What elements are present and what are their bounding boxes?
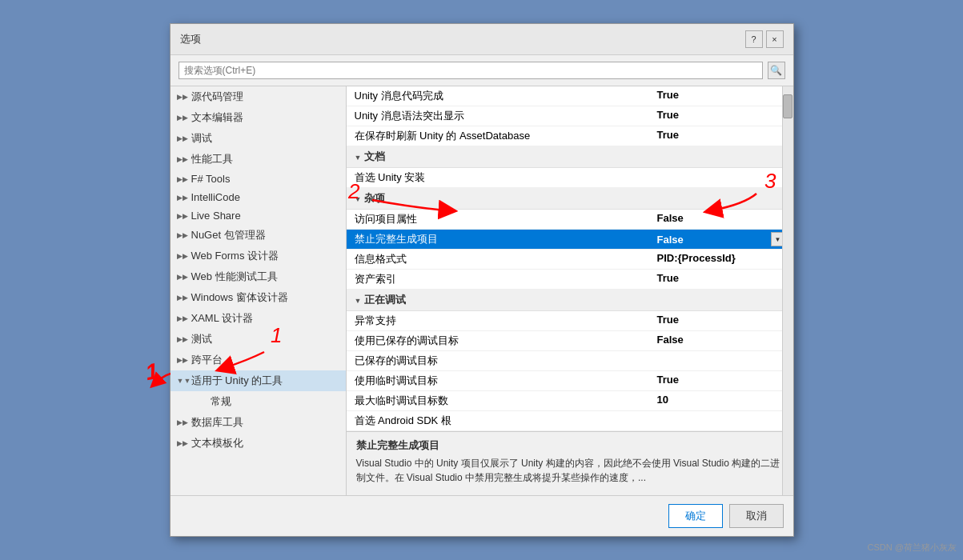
tree-arrow-live-share: ▶ xyxy=(177,212,185,220)
tree-item-source-control[interactable]: ▶源代码管理 xyxy=(171,86,346,107)
main-content: ▶源代码管理▶文本编辑器▶调试▶性能工具▶F# Tools▶IntelliCod… xyxy=(171,86,793,495)
options-dialog: 选项 ? × 🔍 ▶源代码管理▶文本编辑器▶调试▶性能工具▶F# Tools▶I… xyxy=(170,23,794,537)
prop-row[interactable]: Unity 消息代码完成True xyxy=(347,86,793,106)
prop-name: 首选 Android SDK 根 xyxy=(347,411,793,430)
tree-label-nuget: NuGet 包管理器 xyxy=(191,228,266,242)
tree-label-web-perf: Web 性能测试工具 xyxy=(191,270,278,284)
prop-name: 使用已保存的调试目标 xyxy=(347,331,649,350)
prop-row[interactable]: 异常支持True xyxy=(347,311,793,331)
prop-value-dropdown: False▼ xyxy=(657,232,785,246)
tree-label-perf-tools: 性能工具 xyxy=(191,152,233,166)
prop-row[interactable]: 信息格式式PID:{ProcessId} xyxy=(347,250,793,270)
watermark: CSDN @荷兰猪小灰灰 xyxy=(868,542,957,554)
prop-row[interactable]: 已保存的调试目标 xyxy=(347,351,793,371)
tree-item-test[interactable]: ▶测试 xyxy=(171,329,346,350)
tree-item-windows-designer[interactable]: ▶Windows 窗体设计器 xyxy=(171,287,346,308)
description-text: Visual Studio 中的 Unity 项目仅展示了 Unity 构建的内… xyxy=(356,456,784,485)
tree-arrow-web-perf: ▶ xyxy=(177,273,185,281)
tree-item-live-share[interactable]: ▶Live Share xyxy=(171,206,346,225)
tree-item-intellicode[interactable]: ▶IntelliCode xyxy=(171,188,346,206)
tree-item-cross-platform[interactable]: ▶跨平台 xyxy=(171,350,346,370)
tree-arrow-cross-platform: ▶ xyxy=(177,356,185,364)
tree-label-cross-platform: 跨平台 xyxy=(191,353,223,367)
prop-name: 最大临时调试目标数 xyxy=(347,391,649,410)
search-input[interactable] xyxy=(179,62,763,79)
prop-name: 资产索引 xyxy=(347,270,649,289)
prop-row[interactable]: 访问项目属性False xyxy=(347,210,793,230)
section-header-docs: ▼文档 xyxy=(347,146,793,168)
prop-row[interactable]: 首选 Android SDK 根 xyxy=(347,411,793,431)
tree-item-web-perf[interactable]: ▶Web 性能测试工具 xyxy=(171,266,346,287)
tree-arrow-fsharp-tools: ▶ xyxy=(177,175,185,183)
prop-name: Unity 消息代码完成 xyxy=(347,86,649,106)
prop-name: 访问项目属性 xyxy=(347,210,649,229)
dialog-title: 选项 xyxy=(180,32,201,46)
prop-name: Unity 消息语法突出显示 xyxy=(347,106,649,126)
tree-arrow-db-tools: ▶ xyxy=(177,418,185,426)
right-scrollbar-thumb[interactable] xyxy=(783,94,792,118)
tree-arrow-unity-tools: ▼ xyxy=(177,377,185,385)
tree-label-unity-general: 常规 xyxy=(211,394,231,409)
prop-row[interactable]: 使用临时调试目标True xyxy=(347,371,793,391)
tree-item-nuget[interactable]: ▶NuGet 包管理器 xyxy=(171,225,346,246)
prop-name: 禁止完整生成项目 xyxy=(347,230,649,249)
prop-value: True xyxy=(649,126,793,146)
prop-value: False xyxy=(649,331,793,350)
prop-row[interactable]: 首选 Unity 安装 xyxy=(347,168,793,188)
tree-label-unity-tools: 适用于 Unity 的工具 xyxy=(191,374,283,388)
tree-arrow-debug: ▶ xyxy=(177,134,185,142)
tree-arrow-perf-tools: ▶ xyxy=(177,155,185,163)
search-bar: 🔍 xyxy=(171,55,793,86)
prop-value: True xyxy=(649,371,793,390)
tree-arrow-web-forms: ▶ xyxy=(177,252,185,260)
tree-item-db-tools[interactable]: ▶数据库工具 xyxy=(171,412,346,433)
tree-item-unity-general[interactable]: 常规 xyxy=(171,391,346,412)
tree-item-template[interactable]: ▶文本模板化 xyxy=(171,433,346,454)
tree-label-web-forms: Web Forms 设计器 xyxy=(191,249,279,263)
section-header-misc: ▼杂项 xyxy=(347,188,793,210)
prop-row[interactable]: 最大临时调试目标数10 xyxy=(347,391,793,411)
tree-item-web-forms[interactable]: ▶Web Forms 设计器 xyxy=(171,246,346,266)
tree-label-text-editor: 文本编辑器 xyxy=(191,110,243,125)
tree-label-intellicode: IntelliCode xyxy=(191,191,240,203)
prop-value: True xyxy=(649,86,793,106)
tree-arrow-xaml-designer: ▶ xyxy=(177,314,185,322)
prop-value: True xyxy=(649,270,793,289)
close-button[interactable]: × xyxy=(766,30,784,48)
prop-row[interactable]: 资产索引True xyxy=(347,270,793,290)
right-panel: Unity 消息代码完成TrueUnity 消息语法突出显示True在保存时刷新… xyxy=(347,86,793,495)
search-button[interactable]: 🔍 xyxy=(768,62,785,79)
left-panel: ▶源代码管理▶文本编辑器▶调试▶性能工具▶F# Tools▶IntelliCod… xyxy=(171,86,347,495)
tree-label-template: 文本模板化 xyxy=(191,436,243,450)
tree-item-fsharp-tools[interactable]: ▶F# Tools xyxy=(171,170,346,188)
tree-item-text-editor[interactable]: ▶文本编辑器 xyxy=(171,107,346,128)
section-header-debugging: ▼正在调试 xyxy=(347,290,793,311)
prop-row[interactable]: Unity 消息语法突出显示True xyxy=(347,106,793,126)
title-bar-buttons: ? × xyxy=(745,30,784,48)
tree-label-fsharp-tools: F# Tools xyxy=(191,173,231,185)
prop-name: 已保存的调试目标 xyxy=(347,351,793,370)
tree-label-xaml-designer: XAML 设计器 xyxy=(191,311,254,326)
confirm-button[interactable]: 确定 xyxy=(668,504,723,528)
help-button[interactable]: ? xyxy=(745,30,763,48)
prop-row[interactable]: 在保存时刷新 Unity 的 AssetDatabaseTrue xyxy=(347,126,793,146)
prop-row[interactable]: 禁止完整生成项目False▼ xyxy=(347,230,793,250)
tree-item-debug[interactable]: ▶调试 xyxy=(171,128,346,149)
prop-name: 信息格式式 xyxy=(347,250,649,269)
tree-item-unity-tools[interactable]: ▼适用于 Unity 的工具 xyxy=(171,370,346,391)
prop-value: False xyxy=(649,210,793,229)
tree-label-debug: 调试 xyxy=(191,131,212,146)
cancel-button[interactable]: 取消 xyxy=(729,504,784,528)
prop-value: True xyxy=(649,106,793,126)
tree-arrow-windows-designer: ▶ xyxy=(177,294,185,302)
dialog-body: 🔍 ▶源代码管理▶文本编辑器▶调试▶性能工具▶F# Tools▶IntelliC… xyxy=(171,55,793,495)
prop-value: False▼ xyxy=(649,230,793,249)
prop-value: 10 xyxy=(649,391,793,410)
tree-item-perf-tools[interactable]: ▶性能工具 xyxy=(171,149,346,170)
tree-item-xaml-designer[interactable]: ▶XAML 设计器 xyxy=(171,308,346,329)
right-scrollbar[interactable] xyxy=(782,86,793,495)
tree-label-source-control: 源代码管理 xyxy=(191,90,243,104)
prop-row[interactable]: 使用已保存的调试目标False xyxy=(347,331,793,351)
dialog-footer: 确定 取消 xyxy=(171,495,793,536)
tree-arrow-test: ▶ xyxy=(177,335,185,343)
